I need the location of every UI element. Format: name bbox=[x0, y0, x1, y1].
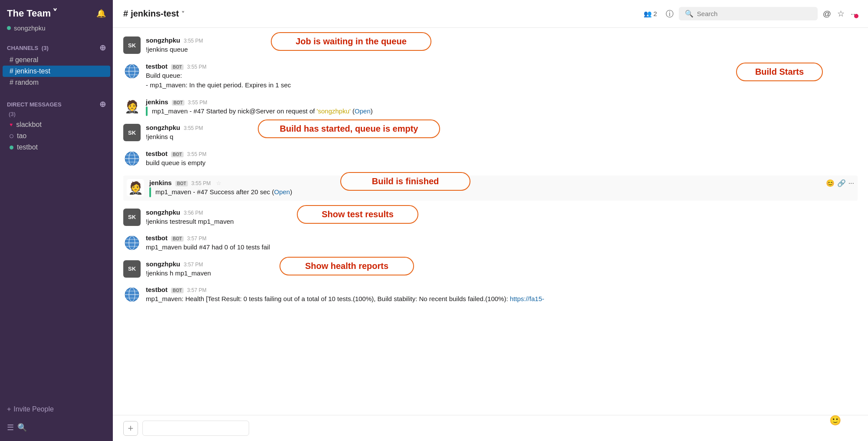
msg-author-5: testbot bbox=[146, 150, 168, 157]
at-icon[interactable]: @ bbox=[823, 9, 831, 19]
team-name-label: The Team bbox=[7, 8, 51, 19]
slackbot-heart-icon: ♥ bbox=[10, 122, 13, 128]
channel-name-display: jenkins-test bbox=[131, 9, 179, 19]
message-1-content: songzhpku 3:55 PM !jenkins queue bbox=[146, 36, 858, 55]
message-6: 🤵 jenkins BOT 3:55 PM ☆ mp1_maven - #47 … bbox=[123, 176, 858, 201]
testbot-status-dot bbox=[10, 146, 13, 149]
avatar-testbot-5 bbox=[123, 150, 141, 167]
star-icon-6[interactable]: ☆ bbox=[216, 180, 221, 186]
member-count-number: 2 bbox=[654, 10, 657, 17]
more-options-button[interactable]: ··· bbox=[851, 9, 858, 19]
hash-icon: # bbox=[10, 56, 13, 64]
messages-area: SK songzhpku 3:55 PM !jenkins queue Job … bbox=[113, 28, 868, 415]
avatar-testbot-2 bbox=[123, 63, 141, 80]
message-6-content: jenkins BOT 3:55 PM ☆ mp1_maven - #47 Su… bbox=[149, 179, 821, 197]
msg-text-3: mp1_maven - #47 Started by nick@Server o… bbox=[146, 106, 858, 116]
avatar-songzhpku-1: SK bbox=[123, 36, 141, 54]
search-bar[interactable]: 🔍 bbox=[679, 7, 818, 20]
message-9-content: songzhpku 3:57 PM !jenkins h mp1_maven bbox=[146, 260, 858, 279]
msg-time-4: 3:55 PM bbox=[184, 125, 203, 131]
sidebar-bottom-filter[interactable]: ☰ 🔍 bbox=[0, 418, 113, 437]
avatar-songzhpku-4: SK bbox=[123, 124, 141, 141]
attach-button[interactable]: + bbox=[123, 421, 138, 436]
message-3-content: jenkins BOT 3:55 PM mp1_maven - #47 Star… bbox=[146, 98, 858, 116]
members-icon: 👥 bbox=[644, 10, 652, 18]
react-icon-6[interactable]: 😊 bbox=[826, 179, 835, 187]
msg-text-6: mp1_maven - #47 Success after 20 sec (Op… bbox=[149, 187, 821, 197]
dm-username-tao: tao bbox=[17, 132, 26, 140]
search-icon: 🔍 bbox=[685, 10, 694, 18]
add-channel-button[interactable]: ⊕ bbox=[99, 43, 106, 53]
message-input[interactable] bbox=[142, 421, 249, 436]
avatar-testbot-10 bbox=[123, 286, 141, 303]
channels-section-header: CHANNELS (3) ⊕ bbox=[0, 37, 113, 54]
green-bar-6 bbox=[149, 187, 151, 197]
message-8: testbot BOT 3:57 PM mp1_maven build #47 … bbox=[123, 234, 858, 252]
channel-hash-prefix: # bbox=[123, 9, 128, 19]
plus-icon: + bbox=[7, 405, 11, 413]
info-icon[interactable]: ⓘ bbox=[666, 9, 674, 19]
dm-username-slackbot: slackbot bbox=[16, 121, 42, 129]
team-name[interactable]: The Team ˅ bbox=[7, 8, 57, 19]
msg-time-8: 3:57 PM bbox=[187, 235, 207, 242]
dm-item-tao[interactable]: tao bbox=[3, 130, 110, 142]
sidebar-item-random[interactable]: # random bbox=[3, 77, 110, 88]
message-8-content: testbot BOT 3:57 PM mp1_maven build #47 … bbox=[146, 234, 858, 252]
dm-count: (3) bbox=[0, 111, 113, 117]
dm-item-testbot[interactable]: testbot bbox=[3, 142, 110, 153]
channel-name-jenkins-test: jenkins-test bbox=[15, 67, 50, 75]
message-3: 🤵 jenkins BOT 3:55 PM mp1_maven - #47 St… bbox=[123, 98, 858, 116]
msg-time-10: 3:57 PM bbox=[187, 287, 207, 293]
dm-username-testbot: testbot bbox=[17, 143, 38, 151]
message-7-content: songzhpku 3:56 PM !jenkins testresult mp… bbox=[146, 209, 858, 227]
tao-status-dot bbox=[10, 134, 13, 138]
bot-badge-3: BOT bbox=[172, 100, 184, 106]
message-5: testbot BOT 3:55 PM build queue is empty bbox=[123, 150, 858, 168]
more-icon-6[interactable]: ··· bbox=[848, 179, 854, 187]
sidebar: The Team ˅ 🔔 songzhpku CHANNELS (3) ⊕ # … bbox=[0, 0, 113, 441]
channel-title: #jenkins-test ˅ bbox=[123, 9, 184, 19]
msg-actions-6: 😊 🔗 ··· bbox=[826, 179, 854, 187]
msg-text-7: !jenkins testresult mp1_maven bbox=[146, 217, 858, 227]
msg-time-6: 3:55 PM bbox=[191, 180, 211, 186]
dm-label: DIRECT MESSAGES bbox=[7, 101, 62, 108]
message-10: testbot BOT 3:57 PM mp1_maven: Health [T… bbox=[123, 286, 858, 304]
channel-chevron-icon[interactable]: ˅ bbox=[181, 10, 184, 17]
msg-text-2: Build queue:- mp1_maven: In the quiet pe… bbox=[146, 71, 858, 90]
notification-badge bbox=[854, 14, 858, 18]
member-count[interactable]: 👥 2 bbox=[644, 10, 657, 18]
avatar-songzhpku-7: SK bbox=[123, 209, 141, 226]
emoji-button[interactable]: 🙂 bbox=[829, 415, 841, 426]
health-link[interactable]: https://fa15- bbox=[510, 295, 544, 302]
message-10-content: testbot BOT 3:57 PM mp1_maven: Health [T… bbox=[146, 286, 858, 304]
channels-label: CHANNELS (3) bbox=[7, 45, 49, 51]
invite-label: Invite People bbox=[13, 405, 54, 413]
search-input[interactable] bbox=[697, 10, 812, 17]
message-9: SK songzhpku 3:57 PM !jenkins h mp1_mave… bbox=[123, 260, 858, 279]
open-link-6[interactable]: Open bbox=[274, 188, 290, 196]
avatar-jenkins-6: 🤵 bbox=[127, 179, 144, 196]
msg-text-1: !jenkins queue bbox=[146, 45, 858, 55]
msg-text-10: mp1_maven: Health [Test Result: 0 tests … bbox=[146, 294, 858, 304]
open-link-3[interactable]: Open bbox=[355, 107, 371, 115]
msg-time-5: 3:55 PM bbox=[187, 151, 207, 157]
bell-icon[interactable]: 🔔 bbox=[96, 9, 106, 18]
link-icon-6[interactable]: 🔗 bbox=[837, 179, 846, 187]
hash-icon: # bbox=[10, 67, 13, 75]
message-4-content: songzhpku 3:55 PM !jenkins q bbox=[146, 124, 858, 142]
message-input-wrap: 🙂 bbox=[142, 421, 858, 436]
hash-icon: # bbox=[10, 79, 13, 86]
team-chevron-icon: ˅ bbox=[53, 8, 57, 19]
star-icon[interactable]: ☆ bbox=[837, 9, 845, 19]
dm-item-slackbot[interactable]: ♥ slackbot bbox=[3, 119, 110, 130]
current-username: songzhpku bbox=[14, 24, 46, 32]
search-bottom-icon: 🔍 bbox=[17, 423, 27, 432]
invite-people-button[interactable]: + Invite People bbox=[0, 400, 113, 418]
add-dm-button[interactable]: ⊕ bbox=[99, 99, 106, 109]
bot-badge-10: BOT bbox=[171, 288, 184, 293]
msg-time-2: 3:55 PM bbox=[187, 64, 207, 70]
sidebar-item-jenkins-test[interactable]: # jenkins-test bbox=[3, 66, 110, 77]
green-bar-3 bbox=[146, 106, 148, 116]
sidebar-item-general[interactable]: # general bbox=[3, 54, 110, 66]
msg-author-4: songzhpku bbox=[146, 124, 180, 131]
